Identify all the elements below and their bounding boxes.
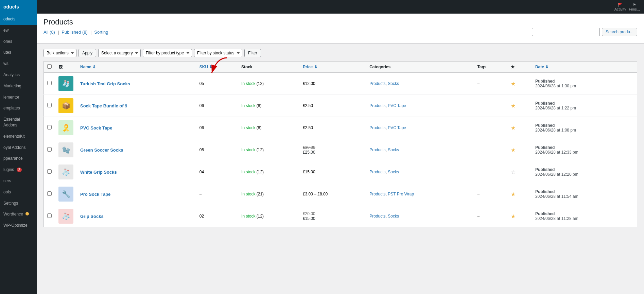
product-name-link[interactable]: White Grip Socks: [80, 170, 117, 175]
topbar-right: 🚩 Activity ⚑ Finis...: [614, 3, 640, 11]
sort-name-link[interactable]: Name ⇕: [80, 65, 96, 69]
sidebar-item-categories[interactable]: ories: [0, 36, 37, 47]
category-link[interactable]: Products: [369, 192, 385, 196]
category-link[interactable]: Socks: [388, 148, 399, 152]
row-image-cell: 🧦: [55, 73, 77, 95]
sidebar-item-appearance[interactable]: ppearance: [0, 153, 37, 164]
star-toggle[interactable]: ☆: [511, 169, 516, 175]
category-link[interactable]: Products: [369, 148, 385, 152]
row-price-cell: £12.00: [299, 73, 366, 95]
category-link[interactable]: PVC Tape: [388, 103, 406, 108]
finish-button[interactable]: ⚑ Finis...: [629, 3, 640, 11]
row-categories: Products, Socks: [366, 73, 474, 95]
sidebar-item-marketing[interactable]: Marketing: [0, 81, 37, 92]
sidebar-item-elementor[interactable]: lementor: [0, 92, 37, 103]
category-link[interactable]: PST Pro Wrap: [388, 192, 414, 196]
product-name-link[interactable]: PVC Sock Tape: [80, 125, 112, 131]
product-type-select[interactable]: Filter by product type: [143, 49, 192, 57]
category-select[interactable]: Select a category: [98, 49, 141, 57]
stock-status: In stock: [241, 214, 255, 219]
sidebar-item-essential-addons[interactable]: Essential Addons: [0, 114, 37, 131]
header-date[interactable]: Date ⇕: [532, 62, 637, 73]
sort-price-link[interactable]: Price ⇕: [303, 65, 317, 69]
row-stock: In stock (12): [238, 205, 299, 227]
header-image-cell: 🖼: [55, 62, 77, 73]
row-checkbox[interactable]: [47, 81, 52, 85]
price: £2.50: [303, 103, 313, 108]
sort-date-link[interactable]: Date ⇕: [535, 65, 549, 69]
sidebar-item-new[interactable]: ew: [0, 25, 37, 36]
stock-status: In stock: [241, 148, 255, 152]
sidebar-item-products[interactable]: oducts: [0, 14, 37, 25]
sidebar-item-analytics[interactable]: Analytics: [0, 69, 37, 81]
topbar: 🚩 Activity ⚑ Finis...: [37, 0, 644, 14]
sidebar-item-tools[interactable]: ools: [0, 187, 37, 198]
tab-sorting[interactable]: Sorting: [94, 30, 108, 35]
sidebar-item-reviews[interactable]: ws: [0, 58, 37, 69]
row-checkbox[interactable]: [47, 213, 52, 218]
search-input[interactable]: [532, 28, 600, 36]
sidebar-item-wordfence[interactable]: Wordfence: [0, 209, 37, 220]
tab-all[interactable]: All (8): [43, 30, 55, 35]
category-link[interactable]: Products: [369, 103, 385, 108]
stock-status-select[interactable]: Filter by stock status: [194, 49, 242, 57]
sidebar-item-wp-optimize[interactable]: WP-Optimize: [0, 220, 37, 231]
star-toggle[interactable]: ★: [511, 147, 516, 153]
category-link[interactable]: Products: [369, 214, 385, 219]
table-row: 🎗️PVC Sock Tape06In stock (8)£2.50Produc…: [44, 117, 637, 139]
star-toggle[interactable]: ★: [511, 81, 516, 87]
category-link[interactable]: Products: [369, 125, 385, 130]
tab-separator-1: |: [58, 30, 59, 35]
row-checkbox[interactable]: [47, 147, 52, 152]
apply-button[interactable]: Apply: [79, 49, 96, 57]
row-checkbox[interactable]: [47, 125, 52, 129]
product-name-link[interactable]: Sock Tape Bundle of 9: [80, 103, 127, 108]
sidebar-item-settings[interactable]: Settings: [0, 198, 37, 209]
products-table: 🖼 Name ⇕ SKU ⇕ Stock Price ⇕ Categories …: [43, 61, 637, 227]
sidebar-item-attributes[interactable]: utes: [0, 47, 37, 58]
activity-button[interactable]: 🚩 Activity: [614, 3, 626, 11]
header-name[interactable]: Name ⇕: [77, 62, 196, 73]
star-toggle[interactable]: ★: [511, 103, 516, 109]
product-name-link[interactable]: Green Soccer Socks: [80, 148, 123, 153]
category-link[interactable]: Socks: [388, 170, 399, 174]
row-checkbox[interactable]: [47, 169, 52, 174]
sidebar-item-elementskit[interactable]: elementsKit: [0, 131, 37, 142]
category-link[interactable]: Products: [369, 81, 385, 86]
category-link[interactable]: PVC Tape: [388, 125, 406, 130]
category-link[interactable]: Socks: [388, 81, 399, 86]
search-button[interactable]: Search produ...: [602, 28, 637, 36]
star-toggle[interactable]: ★: [511, 191, 516, 197]
product-name-link[interactable]: Grip Socks: [80, 214, 104, 219]
row-image-cell: 🧦: [55, 161, 77, 183]
sidebar-item-royal-addons[interactable]: oyal Addons: [0, 142, 37, 153]
row-name-cell: Pro Sock Tape: [77, 183, 196, 205]
date-status: Published: [535, 167, 555, 172]
star-toggle[interactable]: ★: [511, 213, 516, 219]
row-tags: –: [474, 117, 507, 139]
product-name-link[interactable]: Pro Sock Tape: [80, 192, 110, 197]
sidebar-item-plugins[interactable]: lugins 2: [0, 164, 37, 175]
row-categories: Products, PVC Tape: [366, 95, 474, 117]
price: £3.00 – £8.00: [303, 192, 328, 196]
row-checkbox[interactable]: [47, 103, 52, 107]
bulk-actions-select[interactable]: Bulk actions: [43, 49, 76, 57]
sidebar-logo[interactable]: oducts: [0, 0, 37, 14]
tab-published[interactable]: Published (8): [62, 30, 88, 35]
sidebar-item-users[interactable]: sers: [0, 175, 37, 187]
filter-button[interactable]: Filter: [244, 49, 261, 57]
header-price[interactable]: Price ⇕: [299, 62, 366, 73]
sort-sku-link[interactable]: SKU ⇕: [199, 65, 213, 69]
row-stock: In stock (12): [238, 73, 299, 95]
category-link[interactable]: Products: [369, 170, 385, 174]
category-link[interactable]: Socks: [388, 214, 399, 219]
row-checkbox[interactable]: [47, 191, 52, 196]
date-value: 2024/06/28 at 12:20 pm: [535, 172, 578, 177]
star-toggle[interactable]: ★: [511, 125, 516, 131]
sidebar-item-templates[interactable]: emplates: [0, 103, 37, 114]
row-checkbox-cell: [44, 161, 55, 183]
select-all-checkbox[interactable]: [47, 64, 52, 69]
header-sku[interactable]: SKU ⇕: [196, 62, 238, 73]
table-row: 🧤Green Soccer Socks05In stock (12)£30.00…: [44, 139, 637, 161]
product-name-link[interactable]: Turkish Teal Grip Socks: [80, 81, 130, 86]
